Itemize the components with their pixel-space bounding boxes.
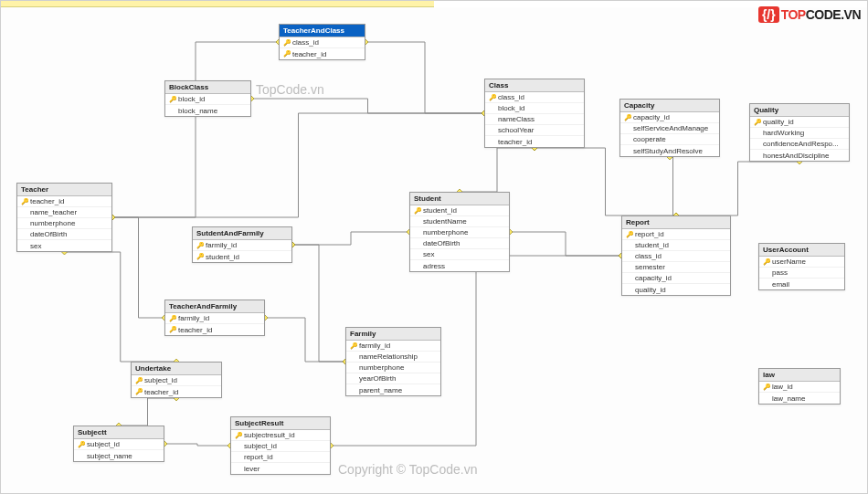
field-row[interactable]: 🔑userName	[759, 257, 844, 268]
field-name: class_id	[292, 38, 319, 47]
field-row[interactable]: email	[759, 279, 844, 289]
field-row[interactable]: numberphone	[17, 218, 111, 229]
field-row[interactable]: 🔑farmily_id	[193, 240, 291, 251]
entity-teacher[interactable]: Teacher🔑teacher_idname_teachernumberphon…	[16, 183, 112, 252]
field-row[interactable]: 🔑teacher_id	[280, 48, 365, 59]
entity-title[interactable]: Teacher	[17, 184, 111, 196]
field-row[interactable]: name_teacher	[17, 207, 111, 218]
field-row[interactable]: 🔑subjectresult_id	[231, 430, 330, 441]
entity-blockclass[interactable]: BlockClass🔑block_idblock_name	[164, 80, 251, 117]
entity-farmily[interactable]: Farmily🔑farmily_idnameRelationshipnumber…	[345, 327, 441, 396]
field-row[interactable]: dateOfBirth	[410, 238, 509, 249]
entity-teacherandfarmily[interactable]: TeacherAndFarmily🔑farmily_id🔑teacher_id	[164, 300, 265, 336]
field-row[interactable]: sex	[17, 240, 111, 251]
field-row[interactable]: honestAndDiscipline	[750, 150, 849, 161]
field-row[interactable]: lever	[231, 463, 330, 474]
field-row[interactable]: 🔑teacher_id	[132, 386, 221, 397]
entity-teacherandclass[interactable]: TeacherAndClass🔑class_id🔑teacher_id	[279, 24, 365, 60]
field-row[interactable]: capacity_id	[622, 273, 730, 284]
field-row[interactable]: adress	[410, 260, 509, 271]
field-row[interactable]: 🔑capacity_id	[620, 112, 719, 123]
entity-title[interactable]: BlockClass	[165, 81, 250, 94]
field-name: yearOfBirth	[359, 374, 396, 383]
field-row[interactable]: 🔑student_id	[410, 205, 509, 216]
field-row[interactable]: cooperate	[620, 134, 719, 145]
entity-report[interactable]: Report🔑report_idstudent_idclass_idsemest…	[621, 215, 731, 296]
field-row[interactable]: schoolYear	[485, 125, 584, 136]
field-row[interactable]: class_id	[622, 251, 730, 262]
brand-symbol: {/}	[758, 6, 779, 23]
field-row[interactable]: sex	[410, 249, 509, 260]
field-row[interactable]: 🔑class_id	[280, 37, 365, 48]
field-row[interactable]: 🔑subject_id	[132, 375, 221, 386]
entity-title[interactable]: Capacity	[620, 100, 719, 112]
entity-law[interactable]: law🔑law_idlaw_name	[758, 368, 841, 405]
entity-title[interactable]: TeacherAndFarmily	[165, 300, 264, 313]
field-row[interactable]: 🔑teacher_id	[17, 196, 111, 207]
entity-title[interactable]: SutdentAndFarmily	[193, 227, 291, 240]
field-row[interactable]: quality_id	[622, 284, 730, 295]
entity-subjectresult[interactable]: SubjectResult🔑subjectresult_idsubject_id…	[230, 416, 331, 475]
entity-undertake[interactable]: Undertake🔑subject_id🔑teacher_id	[131, 362, 222, 398]
field-name: cooperate	[633, 135, 666, 143]
field-row[interactable]: subject_name	[74, 450, 164, 461]
entity-title[interactable]: Farmily	[346, 328, 440, 341]
brand-logo: {/}TOPCODE.VN	[758, 7, 861, 22]
field-row[interactable]: block_name	[165, 105, 250, 116]
field-row[interactable]: semester	[622, 262, 730, 273]
entity-title[interactable]: law	[759, 369, 840, 382]
field-row[interactable]: numberphone	[410, 227, 509, 238]
field-row[interactable]: selfStudyAndResolve	[620, 145, 719, 156]
field-row[interactable]: nameRelationship	[346, 352, 440, 363]
diagram-canvas[interactable]: TeacherAndClass🔑class_id🔑teacher_idBlock…	[0, 7, 868, 494]
field-row[interactable]: 🔑class_id	[485, 92, 584, 103]
field-row[interactable]: numberphone	[346, 363, 440, 373]
entity-title[interactable]: TeacherAndClass	[280, 25, 365, 37]
field-row[interactable]: 🔑block_id	[165, 94, 250, 105]
field-row[interactable]: 🔑student_id	[193, 251, 291, 262]
field-row[interactable]: 🔑report_id	[622, 229, 730, 240]
field-name: subject_id	[144, 376, 177, 384]
field-row[interactable]: 🔑farmily_id	[165, 313, 264, 324]
field-row[interactable]: subject_id	[231, 441, 330, 452]
entity-title[interactable]: UserAccount	[759, 244, 844, 257]
field-row[interactable]: 🔑subject_id	[74, 439, 164, 450]
entity-studentandfarmily[interactable]: SutdentAndFarmily🔑farmily_id🔑student_id	[192, 226, 292, 263]
field-row[interactable]: law_name	[759, 393, 840, 404]
entity-title[interactable]: SubjectResult	[231, 417, 330, 430]
field-row[interactable]: 🔑quality_id	[750, 117, 849, 128]
field-row[interactable]: hardWorking	[750, 128, 849, 139]
entity-subjectt[interactable]: Subjectt🔑subject_idsubject_name	[73, 426, 164, 462]
field-row[interactable]: 🔑farmily_id	[346, 341, 440, 352]
entity-title[interactable]: Class	[485, 79, 584, 92]
entity-title[interactable]: Quality	[750, 104, 849, 117]
entity-title[interactable]: Undertake	[132, 363, 221, 375]
entity-title[interactable]: Student	[410, 193, 509, 205]
entity-student[interactable]: Student🔑student_idstudentNamenumberphone…	[409, 192, 510, 272]
entity-capacity[interactable]: Capacity🔑capacity_idselfServiceAndManage…	[619, 99, 720, 157]
field-row[interactable]: confidenceAndRespo...	[750, 139, 849, 150]
entity-title[interactable]: Subjectt	[74, 426, 164, 439]
field-name: dateOfBirth	[423, 239, 460, 247]
field-row[interactable]: teacher_id	[485, 136, 584, 147]
field-row[interactable]: dateOfBirth	[17, 229, 111, 240]
entity-quality[interactable]: Quality🔑quality_idhardWorkingconfidenceA…	[749, 103, 850, 162]
entity-title[interactable]: Report	[622, 216, 730, 229]
field-row[interactable]: studentName	[410, 216, 509, 227]
key-icon: 🔑	[489, 94, 498, 101]
entity-useraccount[interactable]: UserAccount🔑userNamepassemail	[758, 243, 845, 290]
field-row[interactable]: yearOfBirth	[346, 373, 440, 384]
field-name: report_id	[635, 230, 664, 238]
entity-class[interactable]: Class🔑class_idblock_idnameClassschoolYea…	[484, 79, 585, 148]
key-icon: 🔑	[624, 114, 633, 121]
field-row[interactable]: report_id	[231, 452, 330, 463]
field-row[interactable]: 🔑teacher_id	[165, 324, 264, 335]
field-row[interactable]: 🔑law_id	[759, 382, 840, 393]
field-row[interactable]: selfServiceAndManage	[620, 123, 719, 134]
brand-dark: CODE.VN	[806, 7, 861, 22]
field-row[interactable]: pass	[759, 268, 844, 279]
field-row[interactable]: nameClass	[485, 114, 584, 125]
field-row[interactable]: parent_name	[346, 384, 440, 395]
field-row[interactable]: student_id	[622, 240, 730, 251]
field-row[interactable]: block_id	[485, 103, 584, 114]
